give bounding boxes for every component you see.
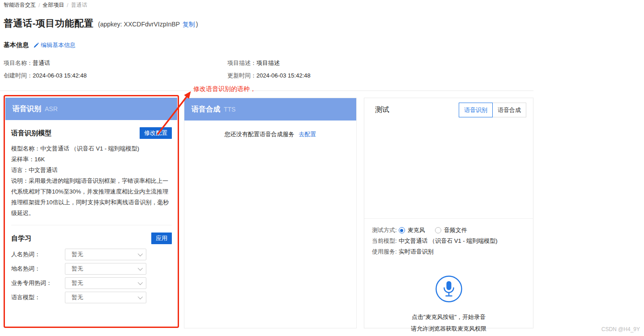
- pencil-icon: [33, 43, 39, 48]
- hotword-row-place: 地名热词： 暂无: [11, 263, 172, 275]
- test-result-area: 测试 语音识别 语音合成: [364, 98, 533, 219]
- field-value: 项目描述: [256, 60, 280, 66]
- radio-unselected-icon[interactable]: [435, 227, 441, 233]
- page-title: 普通话-项目功能配置: [4, 17, 94, 30]
- language-model-select[interactable]: 暂无: [65, 292, 146, 303]
- select-value: 暂无: [72, 279, 83, 287]
- tts-empty-state: 您还没有配置语音合成服务 去配置: [184, 130, 356, 138]
- asr-card: 语音识别 ASR 语音识别模型 修改配置 模型名称：中文普通话 （识音石 V1 …: [5, 98, 177, 330]
- asr-model-section-title: 语音识别模型: [11, 129, 51, 138]
- tab-tts-test[interactable]: 语音合成: [492, 103, 526, 117]
- row-label: 人名热词：: [11, 250, 65, 258]
- section-divider: [0, 90, 533, 91]
- mic-area: 点击"麦克风按钮"，开始录音 请允许浏览器获取麦克风权限: [364, 275, 533, 335]
- radio-microphone[interactable]: 麦克风: [399, 225, 425, 236]
- test-method-row: 测试方式: 麦克风 音频文件: [372, 225, 526, 236]
- asr-card-body: 语音识别模型 修改配置 模型名称：中文普通话 （识音石 V1 - 端到端模型) …: [5, 120, 177, 303]
- chevron-down-icon: [138, 266, 143, 271]
- appkey-close-paren: ): [196, 21, 198, 28]
- business-hotword-select[interactable]: 暂无: [65, 277, 146, 289]
- apply-button[interactable]: 应用: [151, 233, 172, 244]
- asr-model-section-head: 语音识别模型 修改配置: [11, 127, 172, 139]
- select-value: 暂无: [72, 293, 83, 302]
- service-label: 使用服务:: [372, 246, 397, 257]
- edit-basic-info-button[interactable]: 编辑基本信息: [33, 41, 76, 49]
- radio-selected-icon[interactable]: [399, 227, 405, 233]
- test-card: 测试 语音识别 语音合成 测试方式: 麦克风 音频文件 当前模型: 中文普通话 …: [364, 98, 533, 328]
- row-label: 地名热词：: [11, 265, 65, 273]
- row-label: 业务专用热词：: [11, 279, 65, 287]
- breadcrumb-separator: /: [38, 2, 40, 9]
- chevron-down-icon: [138, 294, 143, 299]
- current-model-row: 当前模型: 中文普通话 （识音石 V1 - 端到端模型): [372, 236, 526, 246]
- breadcrumb-separator: /: [67, 2, 68, 9]
- asr-card-subtitle: ASR: [45, 105, 58, 112]
- asr-sample-rate: 采样率：16K: [11, 154, 172, 165]
- edit-basic-info-label: 编辑基本信息: [41, 41, 76, 49]
- test-tab-group: 语音识别 语音合成: [459, 103, 526, 117]
- test-card-header: 测试 语音识别 语音合成: [364, 98, 533, 117]
- tts-card-header: 语音合成 TTS: [184, 98, 356, 121]
- field-created-time: 创建时间：2024-06-03 15:42:48: [4, 72, 87, 80]
- breadcrumb-item-current: 普通话: [71, 1, 87, 9]
- annotation-text: 修改语音识别的语种，: [193, 85, 256, 93]
- asr-card-header: 语音识别 ASR: [5, 98, 177, 120]
- asr-language: 语言：中文普通话: [11, 165, 172, 176]
- radio-microphone-label: 麦克风: [408, 225, 425, 236]
- self-learning-head: 自学习 应用: [11, 233, 172, 244]
- modify-config-button[interactable]: 修改配置: [140, 127, 172, 139]
- watermark: CSDN @H4_9Y: [601, 326, 640, 332]
- select-value: 暂无: [72, 265, 83, 273]
- basic-info-header: 基本信息 编辑基本信息: [4, 41, 76, 49]
- service-row: 使用服务: 实时语音识别: [372, 246, 526, 257]
- breadcrumb: 智能语音交互 / 全部项目 / 普通话: [4, 1, 87, 9]
- hotword-row-business: 业务专用热词： 暂无: [11, 277, 172, 289]
- field-value: 2024-06-03 15:42:48: [33, 72, 87, 79]
- current-model-value: 中文普通话 （识音石 V1 - 端到端模型): [399, 236, 498, 246]
- copy-appkey-link[interactable]: 复制: [183, 21, 195, 29]
- tts-configure-link[interactable]: 去配置: [299, 131, 316, 138]
- field-label: 创建时间：: [4, 72, 33, 79]
- field-project-name: 项目名称：普通话: [4, 59, 50, 67]
- radio-audio-file-label: 音频文件: [444, 225, 467, 236]
- asr-description: 说明：采用最先进的端到端语音识别框架，字错误率相比上一代系统相对下降10%至30…: [11, 176, 172, 219]
- field-value: 普通话: [33, 60, 50, 66]
- mic-hint-line1: 点击"麦克风按钮"，开始录音: [364, 311, 533, 323]
- current-model-label: 当前模型:: [372, 236, 397, 246]
- self-learning-section: 自学习 应用 人名热词： 暂无 地名热词： 暂无 业务专用热词：: [11, 225, 172, 303]
- service-value: 实时语音识别: [399, 246, 434, 257]
- row-label: 语言模型：: [11, 293, 65, 302]
- select-value: 暂无: [72, 250, 83, 258]
- tts-card-subtitle: TTS: [224, 106, 235, 113]
- tts-empty-text: 您还没有配置语音合成服务: [225, 131, 294, 138]
- hotword-row-person: 人名热词： 暂无: [11, 249, 172, 260]
- field-label: 更新时间：: [227, 72, 256, 79]
- breadcrumb-item-home[interactable]: 智能语音交互: [4, 1, 36, 9]
- radio-audio-file[interactable]: 音频文件: [435, 225, 467, 236]
- tab-asr-test[interactable]: 语音识别: [459, 103, 493, 117]
- test-method-label: 测试方式:: [372, 225, 397, 236]
- microphone-icon: [435, 275, 463, 303]
- appkey-text: (appkey: XXCDFdvrVIzpInBP: [98, 21, 180, 28]
- asr-model-name: 模型名称：中文普通话 （识音石 V1 - 端到端模型): [11, 143, 172, 154]
- field-value: 2024-06-03 15:42:48: [256, 72, 311, 79]
- test-card-title: 测试: [375, 105, 389, 115]
- field-project-desc: 项目描述：项目描述: [227, 59, 280, 67]
- field-updated-time: 更新时间：2024-06-03 15:42:48: [227, 72, 311, 80]
- mic-hint-line2: 请允许浏览器获取麦克风权限: [364, 323, 533, 335]
- language-model-row: 语言模型： 暂无: [11, 292, 172, 303]
- microphone-button[interactable]: [435, 275, 463, 304]
- field-label: 项目名称：: [4, 60, 33, 66]
- breadcrumb-item-projects[interactable]: 全部项目: [43, 1, 64, 9]
- page-title-row: 普通话-项目功能配置 (appkey: XXCDFdvrVIzpInBP 复制 …: [4, 17, 198, 30]
- self-learning-title: 自学习: [11, 234, 31, 243]
- place-hotword-select[interactable]: 暂无: [65, 263, 146, 275]
- test-options: 测试方式: 麦克风 音频文件 当前模型: 中文普通话 （识音石 V1 - 端到端…: [364, 219, 533, 257]
- asr-card-title: 语音识别: [13, 104, 41, 114]
- field-label: 项目描述：: [227, 60, 256, 66]
- tts-card: 语音合成 TTS 您还没有配置语音合成服务 去配置: [184, 98, 357, 328]
- tts-card-title: 语音合成: [192, 105, 220, 114]
- chevron-down-icon: [138, 251, 143, 256]
- basic-info-title: 基本信息: [4, 41, 29, 49]
- person-hotword-select[interactable]: 暂无: [65, 249, 146, 260]
